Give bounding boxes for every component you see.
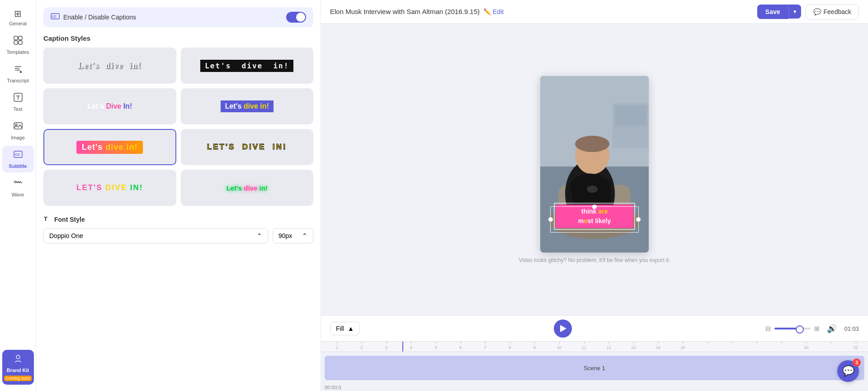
transcript-icon: [13, 64, 23, 76]
caption-style-2[interactable]: Let's dive in!: [181, 48, 314, 84]
caption-style-3[interactable]: Let's Dive In!: [43, 88, 176, 124]
image-icon: [13, 121, 23, 133]
sidebar-item-text[interactable]: Text: [2, 89, 34, 115]
size-chevron-icon: ⌃: [302, 232, 307, 239]
wave-icon: [13, 178, 23, 190]
tick-19: [769, 345, 794, 350]
caption-style-5[interactable]: Let's dive in!: [43, 129, 176, 165]
fill-chevron-icon: ▲: [348, 325, 354, 332]
sidebar: ⊞ General Templates Transcript: [0, 0, 36, 391]
tick-3: 3: [374, 345, 399, 350]
tick-12: 12: [596, 345, 621, 350]
edit-button[interactable]: ✏️ Edit: [483, 8, 504, 15]
svg-rect-25: [615, 105, 646, 126]
sidebar-item-label: Transcript: [7, 78, 29, 83]
brand-kit-label: Brand Kit: [7, 367, 29, 373]
sidebar-item-label: Wave: [12, 192, 24, 197]
svg-text:T: T: [44, 215, 47, 222]
tick-11: 11: [571, 345, 596, 350]
svg-point-20: [575, 136, 609, 152]
sidebar-item-transcript[interactable]: Transcript: [2, 60, 34, 87]
sidebar-item-subtitle[interactable]: CC Subtitle: [2, 146, 34, 172]
play-button[interactable]: [554, 319, 572, 338]
tick-2: 2: [349, 345, 374, 350]
font-style-section: T Font Style Doppio One ⌃ 90px ⌃: [43, 215, 313, 243]
caption-style-7[interactable]: LET'S DIVE IN!: [43, 170, 176, 206]
tick-5: 5: [424, 345, 448, 350]
scene-block[interactable]: Scene 1: [325, 356, 864, 380]
svg-point-9: [16, 355, 20, 359]
chevron-down-icon: ⌃: [257, 232, 262, 239]
svg-rect-0: [14, 36, 18, 40]
sidebar-item-label: Subtitle: [9, 163, 27, 169]
controls-bar: Fill ▲ ⊟ ⊞ 🔊 01:03: [321, 315, 868, 341]
video-area: think are most likely Video looks glitch…: [321, 24, 868, 315]
tick-21: [819, 345, 844, 350]
caption-text-line2: most likely: [578, 217, 611, 224]
timeline-playhead[interactable]: [402, 342, 403, 352]
sidebar-item-wave[interactable]: Wave: [2, 174, 34, 201]
font-name-select[interactable]: Doppio One ⌃: [43, 228, 268, 243]
sidebar-item-image[interactable]: Image: [2, 117, 34, 144]
caption-style-1[interactable]: Let's dive in!: [43, 48, 176, 84]
tick-18: [745, 345, 769, 350]
project-title: Elon Musk Interview with Sam Altman (201…: [330, 8, 480, 15]
chat-bubble-button[interactable]: 💬 3: [837, 360, 859, 382]
tick-7: 7: [473, 345, 498, 350]
zoom-slider[interactable]: [774, 328, 811, 329]
tick-9: 9: [522, 345, 547, 350]
caption-toggle-row[interactable]: CC Enable / Disable Captions: [43, 7, 313, 27]
caption-styles-grid: Let's dive in! Let's dive in! Let's Dive…: [43, 48, 313, 206]
volume-button[interactable]: 🔊: [827, 324, 837, 334]
font-row: Doppio One ⌃ 90px ⌃: [43, 228, 313, 243]
svg-point-21: [587, 186, 598, 193]
sidebar-item-templates[interactable]: Templates: [2, 32, 34, 58]
caption-style-6[interactable]: LET'S DIVE IN!: [181, 129, 314, 165]
subtitle-icon: CC: [13, 149, 23, 162]
sidebar-item-label: Templates: [6, 49, 29, 55]
fill-select[interactable]: Fill ▲: [330, 322, 360, 335]
timeline-ruler: 1 2 3 4 5 6 7 8 9 10 11 12 13 14 15 20 2…: [321, 341, 868, 352]
svg-text:CC: CC: [15, 153, 20, 157]
font-size-select[interactable]: 90px ⌃: [273, 228, 313, 243]
zoom-area: ⊟ ⊞: [765, 325, 820, 332]
save-dropdown-button[interactable]: ▾: [788, 5, 801, 19]
captions-icon: CC: [51, 12, 60, 23]
templates-icon: [13, 35, 23, 48]
tick-17: [720, 345, 745, 350]
main-area: Elon Musk Interview with Sam Altman (201…: [321, 0, 868, 391]
tick-8: 8: [497, 345, 522, 350]
sidebar-item-label: General: [9, 21, 27, 26]
tick-15: 15: [670, 345, 695, 350]
text-icon: [13, 92, 23, 105]
svg-rect-1: [19, 36, 22, 40]
caption-style-4[interactable]: Let's dive in!: [181, 88, 314, 124]
save-button[interactable]: Save: [757, 5, 788, 19]
general-icon: ⊞: [14, 8, 22, 19]
tick-6: 6: [448, 345, 473, 350]
tick-20: 20: [794, 345, 819, 350]
tick-16: [695, 345, 720, 350]
font-style-title: Font Style: [54, 216, 85, 223]
sidebar-item-label: Text: [13, 106, 22, 112]
sidebar-item-brand-kit[interactable]: Brand Kit Coming soon: [2, 350, 34, 385]
video-thumbnail: think are most likely: [540, 76, 649, 253]
topbar: Elon Musk Interview with Sam Altman (201…: [321, 0, 868, 24]
video-frame: think are most likely: [540, 76, 649, 253]
brand-kit-icon: [13, 353, 23, 366]
chat-badge: 3: [853, 358, 861, 367]
svg-rect-2: [14, 41, 18, 44]
sidebar-item-general[interactable]: ⊞ General: [2, 5, 34, 30]
caption-style-8[interactable]: Let's dive in!: [181, 170, 314, 206]
tick-14: 14: [646, 345, 670, 350]
time-display: 01:03: [844, 325, 859, 332]
zoom-out-icon[interactable]: ⊟: [765, 325, 771, 332]
timeline-track[interactable]: Scene 1: [321, 352, 868, 384]
glitch-notice: Video looks glitchy? No problem, it'll b…: [519, 257, 670, 263]
pencil-icon: ✏️: [483, 8, 491, 15]
feedback-button[interactable]: 💬 Feedback: [806, 4, 859, 19]
ruler-ticks: 1 2 3 4 5 6 7 8 9 10 11 12 13 14 15 20 2…: [325, 345, 868, 350]
save-button-group: Save ▾: [757, 5, 801, 19]
caption-toggle-switch[interactable]: [286, 12, 306, 23]
zoom-in-icon[interactable]: ⊞: [814, 325, 820, 332]
